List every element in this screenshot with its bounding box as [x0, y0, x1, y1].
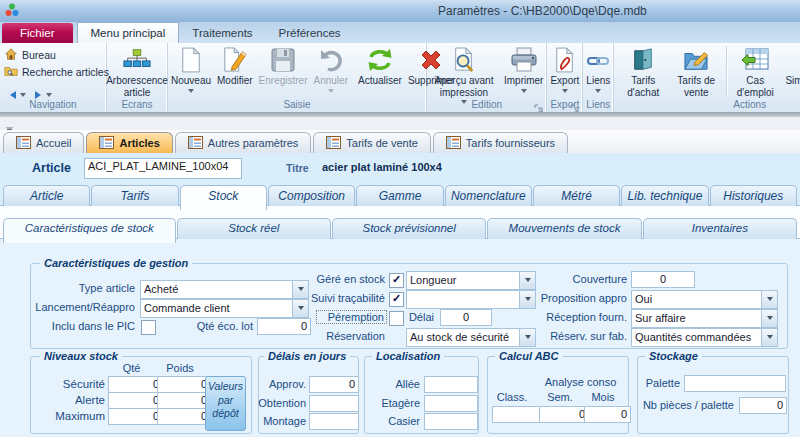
app-logo-icon: [4, 2, 20, 22]
gere-en-stock-combobox[interactable]: Longueur: [406, 271, 536, 290]
article-code-input[interactable]: ACI_PLAT_LAMINE_100x04: [84, 158, 242, 179]
maximum-poids-field[interactable]: 0: [157, 408, 211, 425]
chevron-down-icon[interactable]: [519, 272, 535, 289]
doc-tab-autres-parametres[interactable]: Autres paramètres: [175, 132, 311, 153]
sub-tab-stock-previsionnel[interactable]: Stock prévisionnel: [332, 218, 486, 239]
approv-label: Approv.: [258, 378, 306, 390]
reservation-label: Réservation: [285, 330, 385, 342]
new-page-icon: [180, 45, 202, 75]
obtention-field[interactable]: [309, 395, 359, 412]
edition-dialog-launcher-icon[interactable]: [534, 100, 544, 111]
imprimer-button[interactable]: Imprimer: [501, 44, 546, 96]
chevron-down-icon[interactable]: [761, 291, 777, 308]
tab-article[interactable]: Article: [3, 185, 90, 206]
montage-field[interactable]: [309, 413, 359, 430]
lancement-reappro-combobox[interactable]: Commande client: [140, 299, 309, 318]
edit-page-icon: [222, 45, 248, 75]
casier-field[interactable]: [424, 413, 478, 430]
liens-button[interactable]: Liens: [583, 44, 613, 96]
securite-poids-field[interactable]: 0: [157, 376, 211, 393]
tarifs-vente-button[interactable]: Tarifs de vente: [668, 44, 724, 98]
couverture-field[interactable]: 0: [631, 271, 695, 288]
tarifs-achat-button[interactable]: Tarifs d'achat: [618, 44, 668, 98]
delais-title: Délais en jours: [264, 350, 350, 362]
tab-menu-principal[interactable]: Menu principal: [77, 22, 180, 43]
form-icon: [188, 136, 203, 151]
house-icon: [4, 47, 18, 63]
type-article-combobox[interactable]: Acheté: [140, 280, 309, 299]
suivi-tracabilite-checkbox[interactable]: ✓: [389, 292, 404, 307]
form-icon: [326, 136, 341, 151]
doc-tab-accueil[interactable]: Accueil: [3, 132, 84, 153]
bureau-button[interactable]: Bureau: [4, 46, 106, 63]
reservation-combobox[interactable]: Au stock de sécurité: [406, 328, 536, 347]
securite-qte-field[interactable]: 0: [108, 376, 163, 393]
tab-tarifs[interactable]: Tarifs: [91, 185, 178, 206]
mois-field[interactable]: 0: [584, 406, 631, 423]
tab-gamme[interactable]: Gamme: [356, 185, 443, 206]
title-bar: Paramètres - C:\HB2000\Dqe\Dqe.mdb: [0, 0, 800, 22]
sem-field[interactable]: 0: [539, 406, 589, 423]
tab-preferences[interactable]: Préférences: [266, 23, 354, 43]
arborescence-article-button[interactable]: Arborescence article: [105, 44, 169, 98]
apercu-impression-button[interactable]: Aperçu avant impression: [427, 44, 501, 107]
tab-historiques[interactable]: Historiques: [710, 185, 797, 206]
maximum-qte-field[interactable]: 0: [108, 408, 163, 425]
reserv-sur-fab-combobox[interactable]: Quantités commandées: [631, 328, 778, 347]
form-icon: [99, 136, 114, 151]
tab-metre[interactable]: Métré: [533, 185, 620, 206]
export-button[interactable]: Export: [547, 44, 582, 96]
alerte-poids-field[interactable]: 0: [157, 392, 211, 409]
ribbon-collapse-icon[interactable]: [6, 120, 13, 127]
simulation-fabrication-button[interactable]: Simulation lancement fabrication: [781, 44, 800, 98]
sub-tab-caracteristiques-stock[interactable]: Caractéristiques de stock: [3, 218, 176, 243]
reception-fourn-combobox[interactable]: Sur affaire: [631, 309, 778, 328]
alerte-qte-field[interactable]: 0: [108, 392, 163, 409]
liens-caret-icon: [595, 89, 601, 96]
export-dialog-launcher-icon[interactable]: [570, 100, 580, 111]
tab-fichier[interactable]: Fichier: [2, 23, 73, 43]
annuler-button[interactable]: Annuler: [311, 44, 351, 96]
valeurs-par-depot-button[interactable]: Valeurs par dépôt: [205, 376, 246, 431]
cas-emploi-button[interactable]: Cas d'emploi: [729, 44, 781, 98]
approv-field[interactable]: 0: [309, 376, 359, 393]
sub-tab-inventaires[interactable]: Inventaires: [643, 218, 797, 239]
suivi-tracabilite-combobox[interactable]: [406, 290, 536, 309]
imprimer-caret-icon: [521, 89, 527, 96]
chevron-down-icon[interactable]: [761, 310, 777, 327]
enregistrer-button[interactable]: Enregistrer: [256, 44, 311, 87]
actualiser-button[interactable]: Actualiser: [355, 44, 405, 87]
stockage-groupbox: [637, 356, 789, 434]
tab-stock[interactable]: Stock: [180, 185, 267, 210]
form-icon: [16, 136, 31, 151]
chevron-down-icon[interactable]: [761, 329, 777, 346]
palette-field[interactable]: [684, 375, 786, 392]
titre-value: acier plat laminé 100x4: [322, 161, 442, 173]
doc-tab-articles[interactable]: Articles: [86, 132, 172, 153]
tab-composition[interactable]: Composition: [268, 185, 355, 206]
sub-tab-mouvements-stock[interactable]: Mouvements de stock: [487, 218, 641, 239]
recherche-articles-button[interactable]: Recherche articles: [4, 63, 106, 80]
sem-label: Sem.: [539, 391, 581, 403]
gere-en-stock-checkbox[interactable]: ✓: [389, 273, 404, 288]
etagere-field[interactable]: [424, 395, 478, 412]
doc-tab-tarifs-de-vente[interactable]: Tarifs de vente: [313, 132, 431, 153]
sub-tab-stock-reel[interactable]: Stock réel: [177, 218, 331, 239]
calcul-abc-title: Calcul ABC: [495, 350, 563, 362]
peremption-checkbox[interactable]: [389, 311, 404, 326]
nouveau-button[interactable]: Nouveau: [168, 44, 214, 96]
inclu-pic-checkbox[interactable]: [141, 320, 156, 335]
stock-sub-tab-strip: Caractéristiques de stock Stock réel Sto…: [3, 218, 797, 239]
delai-label: Délai: [404, 311, 434, 323]
proposition-appro-combobox[interactable]: Oui: [631, 290, 778, 309]
modifier-button[interactable]: Modifier: [214, 44, 256, 87]
actions-separator: [726, 46, 727, 96]
nb-pieces-palette-field[interactable]: 0: [739, 397, 787, 414]
allee-field[interactable]: [424, 376, 478, 393]
tab-traitements[interactable]: Traitements: [179, 23, 265, 43]
delai-field[interactable]: 0: [440, 309, 492, 326]
tab-nomenclature[interactable]: Nomenclature: [445, 185, 532, 206]
doc-tab-tarifs-fournisseurs[interactable]: Tarifs fournisseurs: [433, 132, 568, 153]
class-field[interactable]: [492, 406, 544, 423]
tab-lib-technique[interactable]: Lib. technique: [621, 185, 708, 206]
